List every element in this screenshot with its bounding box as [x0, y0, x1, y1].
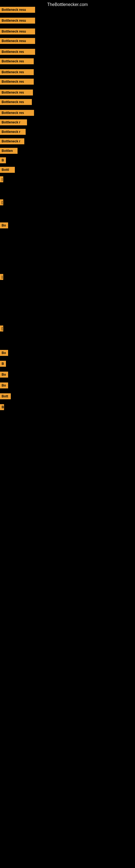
bottleneck-item-4[interactable]: Bottleneck resu — [0, 38, 35, 44]
bottleneck-item-16[interactable]: B — [0, 157, 6, 163]
bottleneck-item-8[interactable]: Bottleneck res — [0, 79, 34, 85]
bottleneck-item-9[interactable]: Bottleneck res — [0, 90, 33, 95]
bottleneck-item-19[interactable]: [ — [0, 199, 3, 205]
bottleneck-item-11[interactable]: Bottleneck res — [0, 110, 34, 116]
bottleneck-item-12[interactable]: Bottleneck r — [0, 119, 27, 125]
bottleneck-item-3[interactable]: Bottleneck resu — [0, 29, 35, 34]
bottleneck-item-15[interactable]: Bottlen — [0, 148, 17, 154]
bottleneck-item-1[interactable]: Bottleneck resu — [0, 7, 35, 13]
bottleneck-item-5[interactable]: Bottleneck res — [0, 49, 35, 55]
bottleneck-item-21[interactable]: | — [0, 274, 3, 280]
bottleneck-item-24[interactable]: B — [0, 361, 6, 367]
bottleneck-item-17[interactable]: Bottl — [0, 167, 15, 173]
bottleneck-item-2[interactable]: Bottleneck resu — [0, 18, 35, 24]
bottleneck-item-22[interactable]: [ — [0, 326, 3, 332]
bottleneck-item-7[interactable]: Bottleneck res — [0, 69, 34, 75]
bottleneck-item-13[interactable]: Bottleneck r — [0, 129, 26, 135]
bottleneck-item-27[interactable]: Bott — [0, 393, 11, 399]
bottleneck-item-6[interactable]: Bottleneck res — [0, 58, 34, 64]
bottleneck-item-18[interactable]: | — [0, 176, 3, 182]
bottleneck-item-14[interactable]: Bottleneck r — [0, 138, 24, 144]
bottleneck-item-28[interactable]: B — [0, 404, 4, 410]
bottleneck-item-23[interactable]: Bo — [0, 350, 8, 356]
bottleneck-item-20[interactable]: Bo — [0, 222, 8, 228]
bottleneck-item-26[interactable]: Bo — [0, 382, 8, 389]
bottleneck-item-25[interactable]: Bo — [0, 372, 8, 378]
bottleneck-item-10[interactable]: Bottleneck res — [0, 99, 32, 105]
